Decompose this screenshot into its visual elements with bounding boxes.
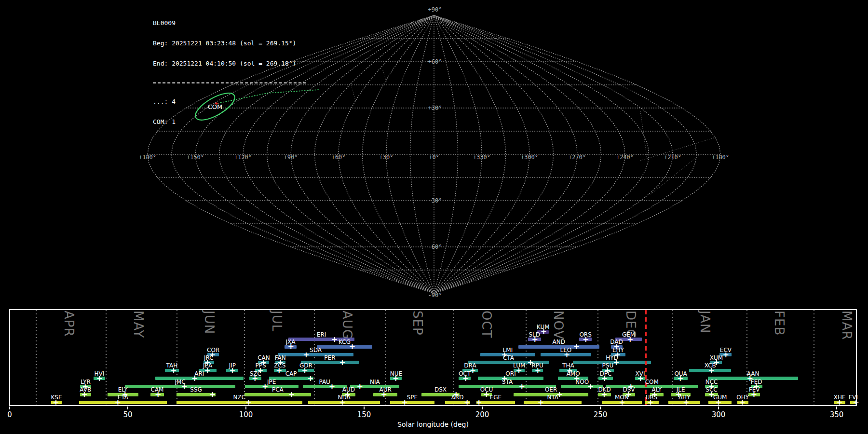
shower-peak-marker: +	[519, 384, 525, 389]
shower-peak-marker: +	[647, 400, 653, 405]
shower-code-label: HYD	[590, 354, 634, 361]
axis-tick	[836, 407, 837, 409]
shower-code-label: ARI	[177, 370, 221, 377]
shower-peak-marker: +	[115, 400, 121, 405]
axis-tick-label: 100	[231, 410, 260, 419]
shower-code-label: COM	[630, 379, 674, 385]
shower-peak-marker: +	[339, 400, 345, 405]
axis-tick	[482, 407, 483, 409]
axis-tick	[245, 407, 246, 409]
x-axis-title: Solar longitude (deg)	[361, 420, 505, 428]
shower-peak-marker: +	[155, 392, 161, 397]
axis-tick	[127, 407, 128, 409]
shower-peak-marker: +	[462, 376, 469, 380]
shower-peak-marker: +	[475, 400, 482, 405]
shower-code-label: ORI	[489, 370, 532, 377]
shower-peak-marker: +	[245, 400, 252, 405]
month-boundary-line	[36, 310, 37, 405]
shower-code-label: JPE	[250, 379, 293, 385]
shower-code-label: LMI	[486, 347, 529, 353]
shower-peak-marker: +	[538, 400, 544, 405]
month-label: JUL	[270, 311, 284, 332]
axis-tick	[364, 407, 365, 409]
axis-tick-label: 50	[113, 410, 142, 419]
shower-peak-marker: +	[619, 400, 625, 405]
activity-timeline: APRMAYJUNJULAUGSEPOCTNOVDECJANFEBMARKUM+…	[0, 0, 868, 434]
shower-code-label: PAU	[303, 379, 346, 385]
shower-peak-marker: +	[708, 368, 715, 373]
shower-code-label: OER	[529, 386, 573, 393]
month-label: MAY	[131, 311, 146, 338]
shower-peak-marker: +	[534, 368, 541, 373]
shower-code-label: EVI	[831, 394, 868, 401]
shower-bar	[390, 401, 434, 404]
shower-code-label: CTA	[487, 354, 530, 361]
shower-peak-marker: +	[677, 376, 683, 380]
shower-peak-marker: +	[287, 344, 294, 349]
axis-tick	[718, 407, 719, 409]
shower-code-label: ETA	[101, 394, 145, 401]
axis-tick-label: 300	[704, 410, 733, 419]
shower-peak-marker: +	[739, 400, 746, 405]
radiant-map-screen: +COM+180°+150°+120°+90°+60°+30°+0°+330°+…	[0, 0, 868, 434]
shower-peak-marker: +	[53, 400, 59, 405]
shower-code-label: NZC	[217, 394, 261, 401]
shower-bar	[79, 401, 167, 404]
month-label: OCT	[479, 311, 494, 339]
shower-code-label: SDA	[294, 347, 338, 353]
shower-peak-marker: +	[402, 400, 408, 405]
shower-peak-marker: +	[583, 337, 589, 341]
axis-tick	[9, 407, 10, 409]
axis-tick-label: 0	[0, 410, 24, 419]
shower-peak-marker: +	[683, 400, 689, 405]
month-label: JAN	[698, 311, 712, 333]
shower-code-label: JMC	[159, 379, 202, 385]
shower-peak-marker: +	[209, 392, 216, 397]
axis-tick	[600, 407, 601, 409]
shower-peak-marker: +	[564, 352, 570, 357]
month-label: MAR	[840, 311, 854, 340]
shower-peak-marker: +	[380, 392, 387, 397]
shower-peak-marker: +	[349, 344, 355, 349]
shower-code-label: NOO	[560, 379, 604, 385]
axis-tick-label: 150	[350, 410, 379, 419]
month-label: FEB	[772, 311, 787, 336]
shower-code-label: CAP	[270, 370, 313, 377]
axis-tick-label: 350	[822, 410, 851, 419]
shower-peak-marker: +	[464, 400, 470, 405]
month-label: APR	[62, 311, 76, 337]
month-label: SEP	[410, 311, 425, 336]
shower-code-label: KCG	[323, 339, 366, 345]
axis-tick-label: 200	[468, 410, 497, 419]
shower-peak-marker: +	[853, 400, 859, 405]
month-label: JUN	[202, 311, 217, 334]
shower-peak-marker: +	[339, 360, 345, 365]
shower-peak-marker: +	[81, 392, 87, 397]
shower-code-label: ARD	[436, 394, 479, 401]
shower-bar	[524, 401, 582, 404]
month-boundary-line	[814, 310, 814, 405]
shower-bar	[176, 401, 302, 404]
axis-tick-label: 250	[586, 410, 615, 419]
shower-peak-marker: +	[170, 368, 176, 373]
shower-code-label: SPE	[391, 394, 434, 401]
shower-peak-marker: +	[288, 392, 295, 397]
